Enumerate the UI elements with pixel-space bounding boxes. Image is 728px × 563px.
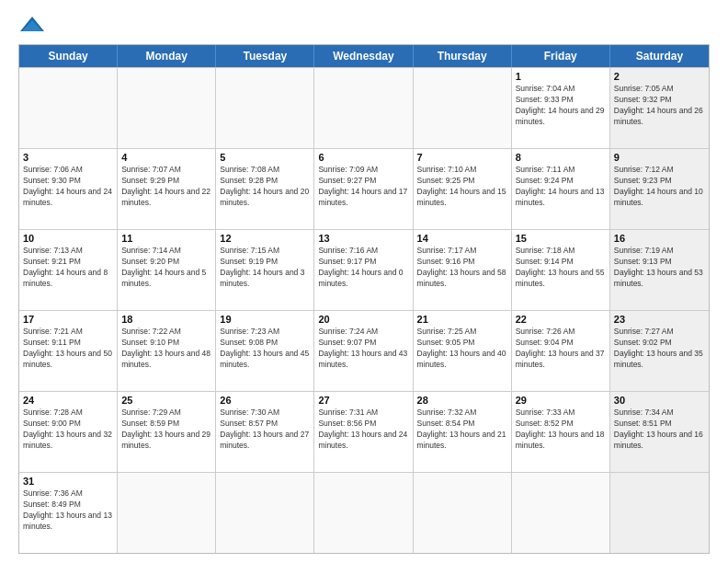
- day-info: Sunrise: 7:16 AM Sunset: 9:17 PM Dayligh…: [318, 246, 408, 290]
- day-info: Sunrise: 7:27 AM Sunset: 9:02 PM Dayligh…: [614, 327, 705, 371]
- cal-row-1: 3Sunrise: 7:06 AM Sunset: 9:30 PM Daylig…: [19, 148, 709, 229]
- day-number: 4: [121, 152, 211, 163]
- header-cell-monday: Monday: [118, 45, 216, 67]
- day-info: Sunrise: 7:36 AM Sunset: 8:49 PM Dayligh…: [23, 488, 113, 533]
- cal-cell: 1Sunrise: 7:04 AM Sunset: 9:33 PM Daylig…: [512, 68, 610, 148]
- day-number: 29: [516, 395, 606, 406]
- header-cell-thursday: Thursday: [414, 45, 512, 67]
- header: [18, 15, 710, 35]
- day-number: 1: [516, 71, 606, 82]
- cal-cell: 13Sunrise: 7:16 AM Sunset: 9:17 PM Dayli…: [314, 230, 413, 310]
- cal-cell: 12Sunrise: 7:15 AM Sunset: 9:19 PM Dayli…: [216, 230, 314, 310]
- day-number: 2: [614, 71, 705, 82]
- day-info: Sunrise: 7:22 AM Sunset: 9:10 PM Dayligh…: [121, 327, 211, 371]
- day-number: 19: [220, 314, 310, 325]
- day-info: Sunrise: 7:30 AM Sunset: 8:57 PM Dayligh…: [220, 408, 310, 452]
- day-number: 27: [318, 395, 408, 406]
- day-info: Sunrise: 7:18 AM Sunset: 9:14 PM Dayligh…: [516, 246, 606, 290]
- cal-cell: 19Sunrise: 7:23 AM Sunset: 9:08 PM Dayli…: [216, 311, 314, 391]
- day-info: Sunrise: 7:10 AM Sunset: 9:25 PM Dayligh…: [417, 165, 507, 209]
- cal-cell: 14Sunrise: 7:17 AM Sunset: 9:16 PM Dayli…: [414, 230, 512, 310]
- cal-cell: [216, 68, 314, 148]
- day-number: 21: [417, 314, 507, 325]
- day-info: Sunrise: 7:21 AM Sunset: 9:11 PM Dayligh…: [23, 327, 113, 371]
- cal-row-4: 24Sunrise: 7:28 AM Sunset: 9:00 PM Dayli…: [19, 391, 709, 472]
- cal-cell: 16Sunrise: 7:19 AM Sunset: 9:13 PM Dayli…: [610, 230, 709, 310]
- day-number: 28: [417, 395, 507, 406]
- cal-cell: 21Sunrise: 7:25 AM Sunset: 9:05 PM Dayli…: [414, 311, 512, 391]
- day-number: 18: [121, 314, 211, 325]
- cal-cell: [216, 473, 314, 553]
- header-cell-friday: Friday: [512, 45, 610, 67]
- calendar-header: SundayMondayTuesdayWednesdayThursdayFrid…: [19, 45, 709, 67]
- header-cell-tuesday: Tuesday: [216, 45, 314, 67]
- day-info: Sunrise: 7:08 AM Sunset: 9:28 PM Dayligh…: [220, 165, 310, 209]
- logo: [18, 15, 50, 35]
- cal-cell: [19, 68, 118, 148]
- cal-row-0: 1Sunrise: 7:04 AM Sunset: 9:33 PM Daylig…: [19, 67, 709, 148]
- calendar: SundayMondayTuesdayWednesdayThursdayFrid…: [18, 44, 710, 554]
- cal-cell: [314, 473, 413, 553]
- day-info: Sunrise: 7:11 AM Sunset: 9:24 PM Dayligh…: [516, 165, 606, 209]
- cal-cell: 11Sunrise: 7:14 AM Sunset: 9:20 PM Dayli…: [118, 230, 216, 310]
- page: SundayMondayTuesdayWednesdayThursdayFrid…: [0, 0, 728, 563]
- cal-cell: 31Sunrise: 7:36 AM Sunset: 8:49 PM Dayli…: [19, 473, 118, 553]
- day-info: Sunrise: 7:29 AM Sunset: 8:59 PM Dayligh…: [121, 408, 211, 452]
- cal-cell: 17Sunrise: 7:21 AM Sunset: 9:11 PM Dayli…: [19, 311, 118, 391]
- day-info: Sunrise: 7:05 AM Sunset: 9:32 PM Dayligh…: [614, 84, 705, 128]
- day-number: 20: [318, 314, 408, 325]
- day-info: Sunrise: 7:34 AM Sunset: 8:51 PM Dayligh…: [614, 408, 705, 452]
- day-info: Sunrise: 7:14 AM Sunset: 9:20 PM Dayligh…: [121, 246, 211, 290]
- day-number: 15: [516, 233, 606, 244]
- calendar-body: 1Sunrise: 7:04 AM Sunset: 9:33 PM Daylig…: [19, 67, 709, 553]
- cal-cell: 10Sunrise: 7:13 AM Sunset: 9:21 PM Dayli…: [19, 230, 118, 310]
- day-number: 6: [318, 152, 408, 163]
- cal-cell: 23Sunrise: 7:27 AM Sunset: 9:02 PM Dayli…: [610, 311, 709, 391]
- cal-cell: 24Sunrise: 7:28 AM Sunset: 9:00 PM Dayli…: [19, 392, 118, 472]
- day-number: 25: [121, 395, 211, 406]
- day-info: Sunrise: 7:15 AM Sunset: 9:19 PM Dayligh…: [220, 246, 310, 290]
- cal-cell: [118, 473, 216, 553]
- day-info: Sunrise: 7:24 AM Sunset: 9:07 PM Dayligh…: [318, 327, 408, 371]
- day-number: 30: [614, 395, 705, 406]
- day-info: Sunrise: 7:26 AM Sunset: 9:04 PM Dayligh…: [516, 327, 606, 371]
- header-cell-saturday: Saturday: [610, 45, 709, 67]
- cal-cell: 30Sunrise: 7:34 AM Sunset: 8:51 PM Dayli…: [610, 392, 709, 472]
- day-number: 24: [23, 395, 113, 406]
- day-number: 11: [121, 233, 211, 244]
- cal-cell: 27Sunrise: 7:31 AM Sunset: 8:56 PM Dayli…: [314, 392, 413, 472]
- cal-cell: 4Sunrise: 7:07 AM Sunset: 9:29 PM Daylig…: [118, 149, 216, 229]
- day-number: 22: [516, 314, 606, 325]
- cal-row-3: 17Sunrise: 7:21 AM Sunset: 9:11 PM Dayli…: [19, 310, 709, 391]
- day-number: 9: [614, 152, 705, 163]
- cal-cell: [314, 68, 413, 148]
- day-number: 12: [220, 233, 310, 244]
- cal-row-2: 10Sunrise: 7:13 AM Sunset: 9:21 PM Dayli…: [19, 229, 709, 310]
- cal-cell: 28Sunrise: 7:32 AM Sunset: 8:54 PM Dayli…: [414, 392, 512, 472]
- cal-row-5: 31Sunrise: 7:36 AM Sunset: 8:49 PM Dayli…: [19, 472, 709, 553]
- day-number: 10: [23, 233, 113, 244]
- cal-cell: [610, 473, 709, 553]
- cal-cell: [414, 473, 512, 553]
- cal-cell: 25Sunrise: 7:29 AM Sunset: 8:59 PM Dayli…: [118, 392, 216, 472]
- day-number: 31: [23, 476, 113, 487]
- day-info: Sunrise: 7:32 AM Sunset: 8:54 PM Dayligh…: [417, 408, 507, 452]
- day-info: Sunrise: 7:23 AM Sunset: 9:08 PM Dayligh…: [220, 327, 310, 371]
- cal-cell: 3Sunrise: 7:06 AM Sunset: 9:30 PM Daylig…: [19, 149, 118, 229]
- day-number: 8: [516, 152, 606, 163]
- day-info: Sunrise: 7:25 AM Sunset: 9:05 PM Dayligh…: [417, 327, 507, 371]
- day-number: 3: [23, 152, 113, 163]
- day-info: Sunrise: 7:28 AM Sunset: 9:00 PM Dayligh…: [23, 408, 113, 452]
- cal-cell: 9Sunrise: 7:12 AM Sunset: 9:23 PM Daylig…: [610, 149, 709, 229]
- cal-cell: 29Sunrise: 7:33 AM Sunset: 8:52 PM Dayli…: [512, 392, 610, 472]
- day-number: 23: [614, 314, 705, 325]
- day-info: Sunrise: 7:17 AM Sunset: 9:16 PM Dayligh…: [417, 246, 507, 290]
- cal-cell: 2Sunrise: 7:05 AM Sunset: 9:32 PM Daylig…: [610, 68, 709, 148]
- day-number: 26: [220, 395, 310, 406]
- day-number: 16: [614, 233, 705, 244]
- day-number: 5: [220, 152, 310, 163]
- day-number: 7: [417, 152, 507, 163]
- cal-cell: 7Sunrise: 7:10 AM Sunset: 9:25 PM Daylig…: [414, 149, 512, 229]
- cal-cell: [512, 473, 610, 553]
- header-cell-wednesday: Wednesday: [314, 45, 413, 67]
